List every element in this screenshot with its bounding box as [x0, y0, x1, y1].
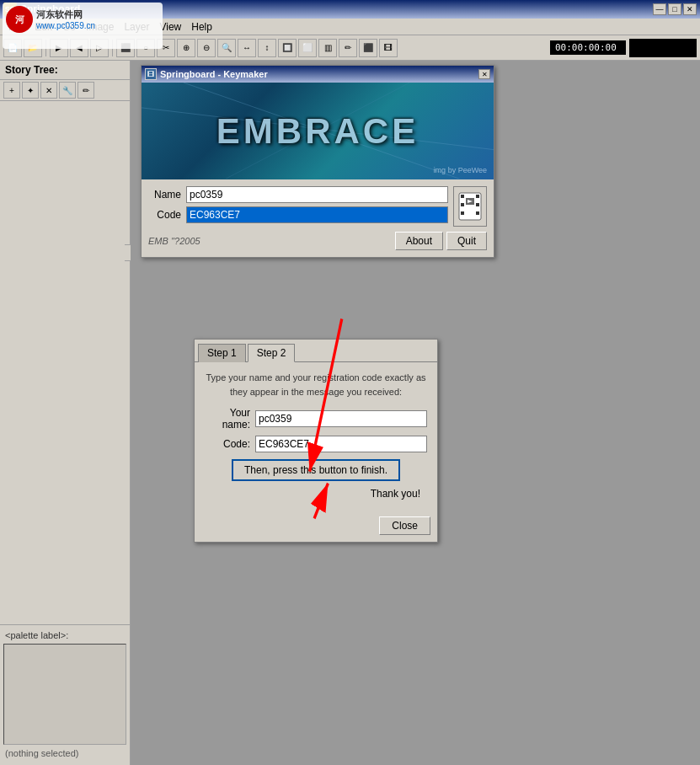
name-input[interactable]: [186, 186, 448, 203]
tool-8[interactable]: ✂: [157, 39, 175, 57]
menu-layer[interactable]: Layer: [119, 19, 154, 35]
sidebar-tool-2[interactable]: ✦: [22, 82, 39, 99]
svg-rect-8: [461, 211, 464, 215]
code-label: Code: [148, 209, 186, 221]
reg-footer: Close: [195, 513, 437, 542]
code-input[interactable]: [186, 206, 448, 223]
tool-11[interactable]: 🔍: [217, 39, 236, 57]
menu-view[interactable]: View: [154, 19, 186, 35]
tool-17[interactable]: ✏: [339, 39, 357, 57]
title-bar: SB Springboard — □ ✕: [0, 0, 700, 19]
tool-15[interactable]: ⬜: [298, 39, 317, 57]
reg-instructions: Type your name and your registration cod…: [205, 371, 427, 399]
svg-rect-6: [461, 203, 464, 206]
keymaker-title-left: 🎞 Springboard - Keymaker: [145, 68, 268, 80]
tab-step1[interactable]: Step 1: [198, 344, 246, 362]
dialog-bottom-row: EMB ''?2005 About Quit: [148, 232, 487, 250]
reg-close-button[interactable]: Close: [379, 516, 430, 535]
content-area: 🎞 Springboard - Keymaker ✕ EMBRACE img b…: [131, 61, 700, 765]
menu-file[interactable]: File: [3, 19, 29, 35]
close-button[interactable]: ✕: [683, 3, 697, 15]
svg-rect-9: [476, 211, 479, 215]
menu-bar: File Edit Go Image Layer View Help: [0, 19, 700, 35]
sidebar-tool-1[interactable]: +: [3, 82, 20, 99]
main-area: Story Tree: + ✦ ✕ 🔧 ✏ <palette label>: (…: [0, 61, 700, 765]
reg-name-row: Your name:: [205, 407, 427, 431]
sidebar: Story Tree: + ✦ ✕ 🔧 ✏ <palette label>: (…: [0, 61, 131, 765]
sidebar-bottom: <palette label>: (nothing selected): [0, 624, 130, 765]
svg-rect-5: [476, 195, 479, 198]
about-button[interactable]: About: [395, 232, 443, 250]
tool-5[interactable]: ▷: [90, 39, 109, 57]
app-title: Springboard: [20, 3, 80, 15]
window-controls: — □ ✕: [653, 3, 697, 15]
tool-3[interactable]: ▶: [50, 39, 68, 57]
tool-10[interactable]: ⊖: [197, 39, 216, 57]
tool-18[interactable]: ⬛: [359, 39, 377, 57]
tool-14[interactable]: 🔲: [278, 39, 297, 57]
reg-code-input[interactable]: [255, 436, 427, 452]
reg-name-label: Your name:: [205, 407, 255, 431]
maximize-button[interactable]: □: [668, 3, 681, 15]
reg-name-input[interactable]: [255, 410, 427, 427]
sidebar-tool-5[interactable]: ✏: [77, 82, 94, 99]
reg-code-row: Code:: [205, 436, 427, 452]
time-display: 00:00:00:00: [550, 40, 626, 55]
sidebar-content: [0, 101, 130, 624]
film-icon: [457, 191, 483, 222]
quit-button[interactable]: Quit: [446, 232, 487, 250]
reg-dialog: Step 1 Step 2 Type your name and your re…: [194, 339, 438, 543]
film-icon-button[interactable]: [453, 186, 487, 227]
tool-16[interactable]: ▥: [318, 39, 337, 57]
menu-edit[interactable]: Edit: [29, 19, 57, 35]
tab-step2[interactable]: Step 2: [248, 344, 296, 362]
tool-4[interactable]: ◀: [70, 39, 88, 57]
finish-button[interactable]: Then, press this button to finish.: [232, 459, 400, 481]
reg-body: Type your name and your registration cod…: [195, 362, 437, 513]
keymaker-dialog: 🎞 Springboard - Keymaker ✕ EMBRACE img b…: [141, 65, 494, 258]
name-label: Name: [148, 189, 186, 201]
story-tree-header: Story Tree:: [0, 61, 130, 80]
sidebar-toolbar: + ✦ ✕ 🔧 ✏: [0, 80, 130, 101]
banner-text: EMBRACE: [216, 111, 419, 152]
keymaker-body: Name Code: [142, 179, 494, 257]
toolbar: 📄 📂 ▶ ◀ ▷ ⬛ ○ ✂ ⊕ ⊖ 🔍 ↔ ↕ 🔲 ⬜ ▥ ✏ ⬛ 🎞 00…: [0, 35, 700, 61]
nothing-selected: (nothing selected): [3, 745, 126, 762]
tool-13[interactable]: ↕: [258, 39, 276, 57]
banner-watermark: img by PeeWee: [434, 166, 487, 174]
palette-label: <palette label>:: [3, 629, 126, 642]
emb-text: EMB ''?2005: [148, 236, 392, 246]
title-bar-left: SB Springboard: [3, 3, 80, 16]
tool-new[interactable]: 📄: [3, 39, 22, 57]
tool-6[interactable]: ⬛: [116, 39, 135, 57]
toolbar-separator-1: [45, 40, 46, 56]
minimize-button[interactable]: —: [653, 3, 666, 15]
menu-image[interactable]: Image: [81, 19, 119, 35]
tool-open[interactable]: 📂: [24, 39, 42, 57]
code-field-row: Code: [148, 206, 448, 223]
keymaker-title-bar: 🎞 Springboard - Keymaker ✕: [142, 66, 494, 83]
toolbar-separator-2: [112, 40, 113, 56]
keymaker-close-button[interactable]: ✕: [478, 69, 490, 79]
name-field-row: Name: [148, 186, 448, 203]
svg-rect-7: [476, 203, 479, 206]
reg-tabs: Step 1 Step 2: [195, 340, 437, 362]
palette-area: [3, 644, 126, 745]
svg-rect-4: [461, 195, 464, 198]
sidebar-tool-4[interactable]: 🔧: [59, 82, 76, 99]
reg-code-label: Code:: [205, 438, 255, 450]
keymaker-title-text: Springboard - Keymaker: [160, 69, 268, 79]
menu-go[interactable]: Go: [57, 19, 81, 35]
app-window: SB Springboard — □ ✕ File Edit Go Image …: [0, 0, 700, 765]
app-icon: SB: [3, 3, 17, 16]
tool-9[interactable]: ⊕: [177, 39, 195, 57]
thankyou-text: Thank you!: [205, 488, 427, 500]
tool-12[interactable]: ↔: [238, 39, 256, 57]
menu-help[interactable]: Help: [186, 19, 217, 35]
preview-area: [629, 39, 697, 57]
tool-7[interactable]: ○: [136, 39, 155, 57]
keymaker-banner: EMBRACE img by PeeWee: [142, 83, 494, 179]
sidebar-tool-3[interactable]: ✕: [40, 82, 57, 99]
keymaker-app-icon: 🎞: [145, 68, 157, 80]
tool-19[interactable]: 🎞: [379, 39, 398, 57]
